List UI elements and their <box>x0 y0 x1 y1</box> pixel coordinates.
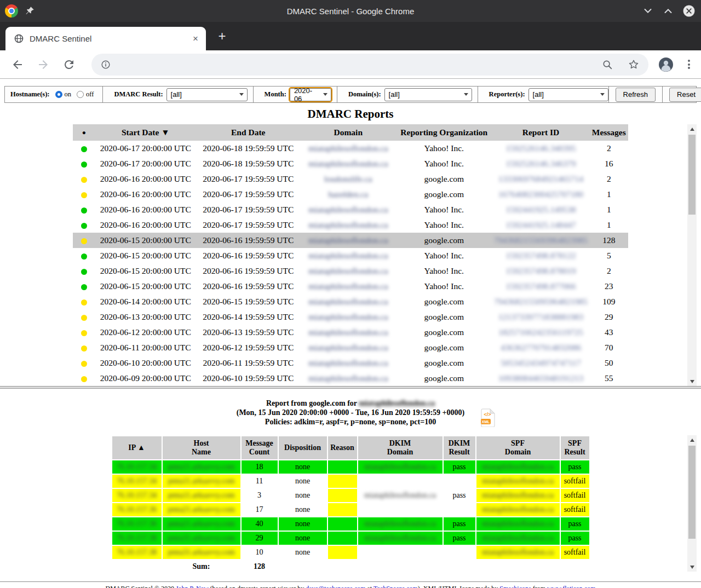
domains-select[interactable]: [all] <box>384 88 472 101</box>
reporting-org: google.com <box>396 233 492 248</box>
scroll-down-button[interactable] <box>687 562 697 572</box>
scrollbar-track[interactable] <box>687 445 697 562</box>
reports-column-header[interactable]: Start Date ▼ <box>95 124 196 141</box>
back-icon[interactable] <box>11 58 24 71</box>
reports-column-header[interactable]: Domain <box>300 124 396 141</box>
report-row[interactable]: 2020-06-11 20:00:00 UTC2020-06-12 19:59:… <box>73 340 628 355</box>
report-id: 13330697684921465714 <box>492 171 590 187</box>
new-tab-button[interactable]: + <box>215 29 229 44</box>
scroll-up-button[interactable] <box>687 124 697 134</box>
footer-text-segment: at <box>366 585 374 588</box>
xml-file-icon[interactable]: </> XML <box>480 408 496 427</box>
filter-separator <box>662 87 663 102</box>
source-ip-redacted-text: 76.10.157.34 <box>117 491 157 499</box>
browser-toolbar <box>0 50 701 79</box>
status-dot-green <box>81 269 87 275</box>
reporting-org: google.com <box>396 171 492 187</box>
reporters-select[interactable]: [all] <box>528 88 608 101</box>
menu-icon[interactable] <box>685 59 693 71</box>
host-name-redacted-text: pmta31.arksavvy.com <box>168 534 235 542</box>
report-row[interactable]: 2020-06-14 20:00:00 UTC2020-06-15 19:59:… <box>73 294 628 309</box>
scrollbar-thumb[interactable] <box>688 135 696 215</box>
report-row[interactable]: 2020-06-17 20:00:00 UTC2020-06-18 19:59:… <box>73 141 628 156</box>
info-icon[interactable] <box>100 59 111 70</box>
report-row[interactable]: 2020-06-16 20:00:00 UTC2020-06-17 19:59:… <box>73 187 628 202</box>
report-row[interactable]: 2020-06-13 20:00:00 UTC2020-06-14 19:59:… <box>73 309 628 325</box>
hostname-off-label: off <box>86 90 94 99</box>
reports-column-header[interactable]: Report ID <box>492 124 590 141</box>
refresh-button[interactable]: Refresh <box>616 88 656 102</box>
report-status-cell <box>73 156 95 171</box>
hostname-on-radio[interactable] <box>55 91 62 98</box>
report-status-cell <box>73 217 95 233</box>
report-id-redacted-text: 18257166242356119725 <box>498 327 583 337</box>
dmarc-result-select[interactable]: [all] <box>166 88 248 101</box>
reporting-org: Yahoo! Inc. <box>396 217 492 233</box>
footer-link[interactable]: Smashicons <box>499 585 531 588</box>
report-row[interactable]: 2020-06-15 20:00:00 UTC2020-06-16 19:59:… <box>73 263 628 279</box>
reload-icon[interactable] <box>62 58 76 71</box>
report-row[interactable]: 2020-06-09 20:00:00 UTC2020-06-10 19:59:… <box>73 371 628 386</box>
tab-close-button[interactable]: × <box>189 33 202 45</box>
forward-icon[interactable] <box>37 58 50 71</box>
reports-column-header[interactable]: Messages <box>590 124 628 141</box>
reason <box>328 517 357 531</box>
status-dot-yellow <box>81 238 87 244</box>
month-select[interactable]: 2020-06 <box>290 88 331 101</box>
report-row[interactable]: 2020-06-16 20:00:00 UTC2020-06-17 19:59:… <box>73 217 628 233</box>
footer-link[interactable]: dave@techsneeze.com <box>306 585 365 588</box>
detail-row: 76.10.157.38pmta31.arksavvy.com10nonemia… <box>112 546 589 559</box>
detail-scrollbar[interactable] <box>687 435 697 572</box>
report-status-cell <box>73 202 95 217</box>
address-bar[interactable] <box>91 54 648 76</box>
scrollbar-thumb[interactable] <box>688 446 696 539</box>
spf-result: pass <box>561 517 589 531</box>
window-close-button[interactable] <box>682 4 696 18</box>
reports-column-header[interactable]: ● <box>73 124 95 141</box>
bookmark-star-icon[interactable] <box>628 59 640 71</box>
domain: miataphilesoflondon.ca <box>300 309 396 325</box>
domain-redacted-text: miataphilesoflondon.ca <box>308 358 388 367</box>
report-row[interactable]: 2020-06-15 20:00:00 UTC2020-06-16 19:59:… <box>73 248 628 263</box>
report-row[interactable]: 2020-06-15 20:00:00 UTC2020-06-16 19:59:… <box>73 233 628 248</box>
profile-avatar[interactable] <box>658 57 674 72</box>
detail-column-header[interactable]: IP ▲ <box>112 436 162 459</box>
report-row[interactable]: 2020-06-15 20:00:00 UTC2020-06-16 19:59:… <box>73 279 628 294</box>
page-title: DMARC Reports <box>0 107 701 121</box>
report-row[interactable]: 2020-06-10 20:00:00 UTC2020-06-11 19:59:… <box>73 355 628 371</box>
report-row[interactable]: 2020-06-17 20:00:00 UTC2020-06-18 19:59:… <box>73 156 628 171</box>
report-row[interactable]: 2020-06-12 20:00:00 UTC2020-06-13 19:59:… <box>73 325 628 340</box>
filter-bar: Hostname(s): on off DMARC Result: [all] … <box>4 86 697 103</box>
hostname-off-radio[interactable] <box>77 91 84 98</box>
reports-column-header[interactable]: Reporting Organization <box>396 124 492 141</box>
detail-column-header: Message Count <box>242 436 278 459</box>
host-name-redacted-text: pmta11.arksavvy.com <box>168 463 234 471</box>
reset-button[interactable]: Reset <box>669 88 701 102</box>
window-maximize-icon[interactable] <box>662 5 674 17</box>
dkim-domain-redacted-text: miataphilesoflondon.ca <box>364 491 436 499</box>
window-minimize-icon[interactable] <box>642 5 654 17</box>
filter-separator <box>478 87 478 102</box>
reason <box>328 489 357 502</box>
reporters-value: [all] <box>533 90 544 99</box>
host-name: pmta31.arksavvy.com <box>163 532 240 545</box>
reports-column-header[interactable]: End Date <box>196 124 300 141</box>
scroll-down-button[interactable] <box>687 377 697 386</box>
empty-cell <box>279 560 327 572</box>
zoom-icon[interactable] <box>601 59 613 71</box>
scrollbar-track[interactable] <box>687 134 697 377</box>
footer-link[interactable]: John P. New <box>176 585 209 588</box>
dmarc-result-value: [all] <box>171 90 182 99</box>
report-row[interactable]: 2020-06-16 20:00:00 UTC2020-06-17 19:59:… <box>73 171 628 187</box>
domain-redacted-text: miataphilesoflondon.ca <box>308 220 388 229</box>
browser-tab[interactable]: DMARC Sentinel × <box>5 27 206 50</box>
footer-link[interactable]: www.flaticon.com <box>547 585 596 588</box>
chrome-logo-icon <box>5 4 18 18</box>
scroll-up-button[interactable] <box>687 435 697 445</box>
detail-row: 76.10.157.34pmta11.arksavvy.com3nonemiat… <box>112 489 589 502</box>
reports-scrollbar[interactable] <box>687 124 697 386</box>
footer-link[interactable]: TechSneeze.com <box>374 585 418 588</box>
end-date: 2020-06-16 19:59:59 UTC <box>196 263 300 279</box>
disposition: none <box>279 546 327 559</box>
report-row[interactable]: 2020-06-16 20:00:00 UTC2020-06-17 19:59:… <box>73 202 628 217</box>
